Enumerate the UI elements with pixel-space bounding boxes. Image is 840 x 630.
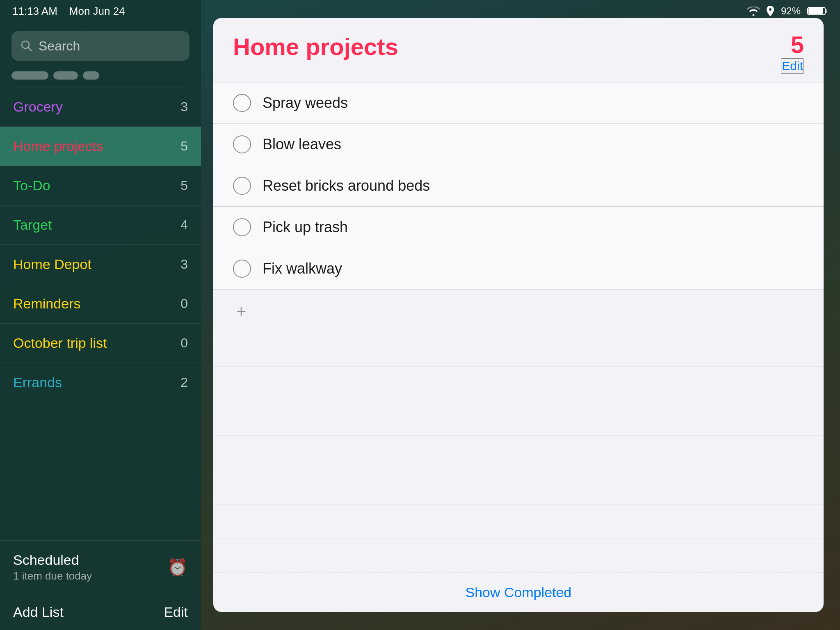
- dot-bar-2: [53, 71, 78, 80]
- status-date: Mon Jun 24: [69, 5, 125, 17]
- sidebar-item-errands[interactable]: Errands 2: [0, 363, 201, 402]
- sidebar-item-count: 5: [180, 178, 188, 193]
- show-completed-button[interactable]: Show Completed: [466, 584, 572, 600]
- sidebar-footer: Add List Edit: [0, 594, 201, 630]
- panel-title: Home projects: [233, 33, 398, 60]
- task-item-3[interactable]: Reset bricks around beds: [213, 165, 824, 207]
- sidebar-item-label: Errands: [13, 374, 62, 390]
- sidebar-item-label: Home projects: [13, 138, 103, 154]
- sidebar-item-october-trip[interactable]: October trip list 0: [0, 324, 201, 363]
- status-bar-right: 92%: [747, 5, 828, 17]
- location-icon: [766, 6, 774, 16]
- task-checkbox-3[interactable]: [233, 177, 251, 195]
- edit-lists-button[interactable]: Edit: [164, 604, 188, 620]
- sidebar-item-to-do[interactable]: To-Do 5: [0, 166, 201, 205]
- panel-edit-button[interactable]: Edit: [781, 58, 804, 74]
- task-label-4: Pick up trash: [262, 219, 348, 236]
- sidebar-item-count: 3: [180, 257, 188, 272]
- battery-text: 92%: [781, 5, 801, 17]
- empty-row-5: [213, 470, 824, 504]
- empty-rows: [213, 332, 824, 573]
- add-icon: ＋: [233, 299, 249, 322]
- add-item-row[interactable]: ＋: [213, 290, 824, 332]
- svg-rect-1: [808, 8, 823, 14]
- task-label-3: Reset bricks around beds: [262, 177, 430, 194]
- panel-task-list: Spray weeds Blow leaves Reset bricks aro…: [213, 82, 824, 573]
- task-item-1[interactable]: Spray weeds: [213, 82, 824, 124]
- status-time: 11:13 AM: [12, 5, 57, 17]
- panel-count: 5: [791, 33, 804, 57]
- task-label-1: Spray weeds: [262, 94, 348, 112]
- empty-row-1: [213, 332, 824, 367]
- search-placeholder: Search: [39, 39, 80, 54]
- scheduled-title: Scheduled: [13, 552, 92, 568]
- panel-header-right: 5 Edit: [781, 33, 804, 74]
- sidebar-item-count: 2: [180, 375, 188, 390]
- sidebar-item-grocery[interactable]: Grocery 3: [0, 87, 201, 127]
- panel-footer: Show Completed: [213, 573, 824, 612]
- sidebar-item-label: Home Depot: [13, 256, 91, 272]
- alarm-icon: ⏰: [167, 558, 188, 577]
- task-item-5[interactable]: Fix walkway: [213, 248, 824, 290]
- sidebar-item-home-depot[interactable]: Home Depot 3: [0, 245, 201, 284]
- sidebar-item-home-projects[interactable]: Home projects 5: [0, 127, 201, 166]
- svg-rect-2: [826, 9, 827, 13]
- add-list-button[interactable]: Add List: [13, 604, 64, 620]
- sidebar: Search Grocery 3 Home projects 5 To-Do 5…: [0, 0, 201, 630]
- list-dots: [0, 67, 201, 87]
- search-icon: [21, 40, 33, 52]
- sidebar-list: Grocery 3 Home projects 5 To-Do 5 Target…: [0, 87, 201, 540]
- task-checkbox-5[interactable]: [233, 260, 251, 278]
- empty-row-4: [213, 436, 824, 470]
- empty-row-6: [213, 504, 824, 539]
- sidebar-item-target[interactable]: Target 4: [0, 205, 201, 245]
- task-checkbox-1[interactable]: [233, 94, 251, 112]
- task-item-4[interactable]: Pick up trash: [213, 207, 824, 248]
- task-checkbox-4[interactable]: [233, 218, 251, 236]
- sidebar-item-label: Reminders: [13, 296, 80, 312]
- background: 11:13 AM Mon Jun 24 92%: [0, 0, 840, 630]
- sidebar-item-label: Grocery: [13, 99, 63, 115]
- main-panel: Home projects 5 Edit Spray weeds Blow le…: [213, 18, 824, 612]
- task-label-5: Fix walkway: [262, 260, 342, 277]
- empty-row-3: [213, 401, 824, 436]
- sidebar-item-count: 5: [180, 139, 188, 154]
- sidebar-item-label: Target: [13, 217, 52, 233]
- scheduled-section[interactable]: Scheduled 1 item due today ⏰: [0, 540, 201, 594]
- status-time-date: 11:13 AM Mon Jun 24: [12, 5, 125, 18]
- task-item-2[interactable]: Blow leaves: [213, 124, 824, 165]
- dot-bar-3: [83, 71, 99, 80]
- scheduled-text-block: Scheduled 1 item due today: [13, 552, 92, 582]
- dot-bar-1: [11, 71, 48, 80]
- scheduled-subtitle: 1 item due today: [13, 570, 92, 582]
- battery-icon: [807, 6, 828, 16]
- empty-row-7: [213, 539, 824, 573]
- task-checkbox-2[interactable]: [233, 135, 251, 153]
- task-label-2: Blow leaves: [262, 136, 341, 153]
- sidebar-item-label: October trip list: [13, 335, 107, 351]
- sidebar-item-count: 3: [180, 99, 188, 114]
- wifi-icon: [747, 7, 760, 16]
- empty-row-2: [213, 367, 824, 401]
- svg-line-4: [28, 48, 32, 51]
- sidebar-item-count: 4: [180, 217, 188, 233]
- sidebar-item-reminders[interactable]: Reminders 0: [0, 284, 201, 324]
- sidebar-item-label: To-Do: [13, 178, 50, 194]
- search-bar[interactable]: Search: [11, 31, 189, 61]
- status-bar: 11:13 AM Mon Jun 24 92%: [0, 0, 840, 22]
- sidebar-item-count: 0: [180, 296, 188, 311]
- panel-header: Home projects 5 Edit: [213, 18, 824, 82]
- sidebar-item-count: 0: [180, 336, 188, 351]
